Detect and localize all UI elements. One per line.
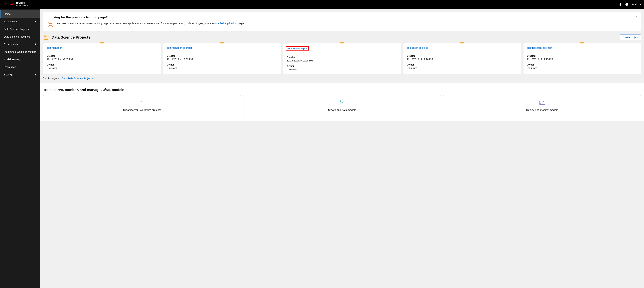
notifications-button[interactable] — [619, 3, 622, 6]
user-name: admin — [632, 3, 638, 6]
sidebar-item-model-serving[interactable]: Model Serving — [0, 56, 40, 63]
project-card: composer-ai-gitopsCreated12/16/2024, 5:1… — [403, 43, 521, 74]
card-accent — [100, 42, 104, 43]
redhat-hat-icon — [10, 2, 14, 6]
owner-label: Owner — [167, 63, 277, 66]
project-card: elasticsearch-operatorCreated12/16/2024,… — [523, 43, 641, 74]
project-name-link[interactable]: cert-manager-operator — [167, 46, 192, 49]
svg-rect-6 — [615, 4, 615, 5]
card-accent — [340, 42, 344, 43]
brand-line2: OpenShift AI — [16, 4, 28, 7]
svg-rect-5 — [614, 4, 614, 5]
svg-rect-3 — [615, 3, 615, 4]
owner-value: Unknown — [527, 67, 638, 69]
sidebar-item-experiments[interactable]: Experiments — [0, 40, 40, 48]
svg-point-13 — [52, 26, 53, 27]
sidebar-item-label: Applications — [4, 20, 18, 23]
owner-value: Unknown — [407, 67, 518, 69]
banner-text-pre: Red Hat OpenShift AI has a new landing p… — [57, 22, 214, 25]
svg-rect-8 — [614, 5, 614, 6]
go-to-projects-link[interactable]: Go to Data Science Projects — [62, 77, 93, 80]
project-name-link[interactable]: composer-ai-apps — [286, 46, 309, 50]
landing-banner: Looking for the previous landing page? j… — [43, 12, 641, 31]
owner-value: Unknown — [167, 67, 277, 69]
created-label: Created — [47, 54, 157, 57]
created-value: 12/16/2024, 4:32:47 PM — [47, 58, 157, 61]
bell-icon — [619, 3, 622, 6]
hamburger-menu-button[interactable] — [3, 1, 8, 7]
projects-count: 5 of 14 projects — [43, 77, 59, 80]
owner-label: Owner — [47, 63, 157, 66]
card-accent — [220, 42, 224, 43]
created-value: 12/16/2024, 5:12:28 PM — [287, 59, 397, 62]
created-value: 12/16/2024, 5:12:25 PM — [527, 58, 638, 61]
sidebar-item-applications[interactable]: Applications — [0, 18, 40, 25]
help-button[interactable]: ? — [626, 3, 628, 6]
caret-down-icon — [640, 3, 641, 5]
created-label: Created — [527, 54, 638, 57]
brand-logo[interactable]: Red Hat OpenShift AI — [10, 2, 28, 7]
topbar-actions: ? admin — [613, 3, 641, 6]
action-card-text: Create and train models — [247, 108, 438, 111]
apps-grid-button[interactable] — [613, 3, 615, 6]
banner-close-button[interactable]: ✕ — [635, 15, 637, 18]
sidebar-item-data-science-pipelines[interactable]: Data Science Pipelines — [0, 33, 40, 40]
project-cards-row: cert-managerCreated12/16/2024, 4:32:47 P… — [43, 43, 641, 74]
action-cards-row: Organize your work with projectsCreate a… — [43, 95, 641, 116]
sidebar-item-label: Resources — [4, 65, 16, 68]
sidebar-item-distributed-workload-metrics[interactable]: Distributed Workload Metrics — [0, 48, 40, 56]
enabled-applications-link[interactable]: Enabled applications — [214, 22, 238, 25]
created-value: 12/16/2024, 5:12:28 PM — [407, 58, 518, 61]
user-menu-button[interactable]: admin — [632, 3, 641, 6]
sidebar-item-label: Data Science Pipelines — [4, 35, 30, 38]
branch-icon — [247, 99, 438, 106]
chevron-right-icon — [35, 43, 37, 46]
project-name-link[interactable]: cert-manager — [47, 46, 62, 49]
top-bar: Red Hat OpenShift AI ? admin — [0, 0, 644, 9]
owner-label: Owner — [407, 63, 518, 66]
action-card-text: Deploy and monitor models — [447, 108, 638, 111]
project-card: cert-managerCreated12/16/2024, 4:32:47 P… — [43, 43, 161, 74]
svg-point-19 — [343, 101, 344, 102]
svg-text:?: ? — [626, 3, 627, 5]
train-serve-title: Train, serve, monitor, and manage AI/ML … — [43, 88, 641, 92]
created-label: Created — [167, 54, 277, 57]
svg-rect-2 — [614, 3, 614, 4]
sidebar-item-label: Home — [4, 12, 10, 15]
train-serve-section: Train, serve, monitor, and manage AI/ML … — [40, 83, 644, 121]
action-card-folder[interactable]: Organize your work with projects — [43, 95, 241, 116]
project-name-link[interactable]: elasticsearch-operator — [527, 46, 552, 49]
sidebar-item-resources[interactable]: Resources — [0, 63, 40, 71]
brand-line1: Red Hat — [16, 2, 28, 4]
sidebar-item-home[interactable]: Home — [0, 10, 40, 18]
close-icon: ✕ — [635, 15, 637, 18]
action-card-branch[interactable]: Create and train models — [243, 95, 441, 116]
brand-text: Red Hat OpenShift AI — [16, 2, 28, 7]
sidebar-item-settings[interactable]: Settings — [0, 71, 40, 78]
sidebar-item-data-science-projects[interactable]: Data Science Projects — [0, 25, 40, 33]
svg-rect-7 — [613, 5, 613, 6]
sidebar-item-label: Settings — [4, 73, 13, 76]
help-icon: ? — [626, 3, 628, 6]
apps-grid-icon — [613, 3, 615, 6]
jupyter-icon: jupyter — [48, 21, 54, 28]
created-label: Created — [287, 56, 397, 59]
svg-point-14 — [48, 26, 49, 27]
owner-label: Owner — [287, 65, 397, 67]
project-card: cert-manager-operatorCreated12/16/2024, … — [163, 43, 281, 74]
projects-icon — [43, 34, 49, 40]
create-project-button[interactable]: Create project — [620, 34, 641, 40]
created-label: Created — [407, 54, 518, 57]
sidebar-item-label: Experiments — [4, 43, 18, 46]
chevron-right-icon — [35, 20, 37, 23]
banner-title: Looking for the previous landing page? — [48, 15, 636, 19]
svg-point-12 — [48, 22, 49, 23]
svg-point-18 — [340, 104, 341, 105]
owner-value: Unknown — [287, 68, 397, 71]
project-name-link[interactable]: composer-ai-gitops — [407, 46, 428, 49]
action-card-chart[interactable]: Deploy and monitor models — [443, 95, 641, 116]
main-content: Looking for the previous landing page? j… — [40, 9, 644, 288]
card-accent — [460, 42, 464, 43]
svg-rect-4 — [613, 4, 613, 5]
created-value: 12/16/2024, 4:29:39 PM — [167, 58, 277, 61]
